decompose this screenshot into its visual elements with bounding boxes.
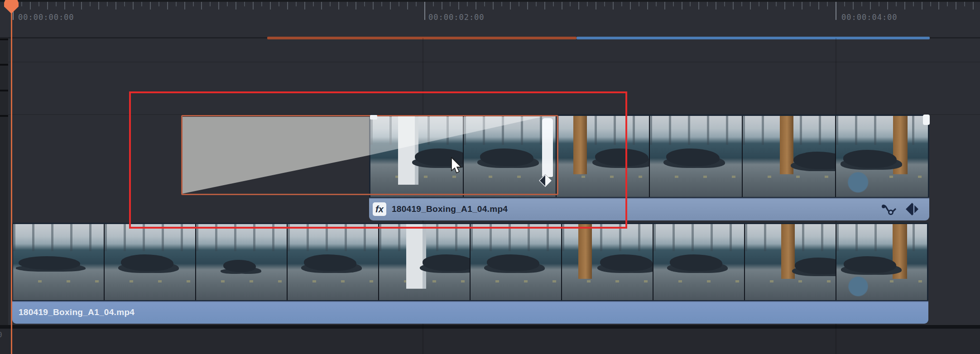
ruler-tick xyxy=(930,2,931,6)
ruler-tick xyxy=(424,2,425,20)
ruler-tick xyxy=(21,2,22,6)
overview-bar-selected[interactable] xyxy=(267,37,576,39)
v1-thumbs xyxy=(12,223,928,301)
timeline-panel: 00:00:00:00 00:00:02:00 00:00:04:00 0 18… xyxy=(0,0,980,354)
ruler-tick xyxy=(879,2,879,6)
ruler-tick xyxy=(244,2,245,6)
ruler-tick xyxy=(776,2,777,6)
timecode-label-0: 00:00:00:00 xyxy=(18,13,74,22)
ruler-tick xyxy=(810,2,811,6)
clip-v1-label-bar[interactable]: 180419_Boxing_A1_04.mp4 xyxy=(12,301,928,324)
ruler-tick xyxy=(347,2,348,6)
ruler-tick xyxy=(938,2,939,10)
ruler-tick xyxy=(210,2,211,6)
ruler-tick xyxy=(870,2,871,10)
ruler-tick xyxy=(416,2,417,6)
ruler-tick xyxy=(973,2,974,10)
ruler-tick xyxy=(896,2,897,6)
ruler-tick xyxy=(159,2,159,6)
ruler-tick xyxy=(279,2,279,6)
clip-end-fade-handle[interactable] xyxy=(923,115,930,125)
ruler-tick xyxy=(519,2,519,6)
ruler-tick xyxy=(596,2,596,10)
ruler-tick xyxy=(818,2,819,10)
clip-v1[interactable]: 180419_Boxing_A1_04.mp4 xyxy=(12,223,928,324)
ruler-tick xyxy=(964,2,965,6)
ruler-tick xyxy=(759,2,759,6)
ruler-tick xyxy=(98,2,99,10)
fade-diamond-icon[interactable] xyxy=(905,202,919,216)
ruler-tick xyxy=(750,2,751,10)
ruler-tick xyxy=(836,2,836,20)
ruler-tick xyxy=(630,2,631,10)
ruler-tick xyxy=(922,2,922,10)
ruler-tick xyxy=(793,2,794,6)
ruler-tick xyxy=(741,2,742,6)
clip-thumbnail xyxy=(650,116,742,197)
playhead-line[interactable] xyxy=(11,0,12,354)
ruler-tick xyxy=(802,2,802,10)
ruler-tick xyxy=(673,2,674,6)
ruler-ticks[interactable] xyxy=(0,0,980,38)
ruler-tick xyxy=(621,2,622,6)
ruler-tick xyxy=(956,2,956,10)
ruler-tick xyxy=(330,2,331,6)
timecode-label-4s: 00:00:04:00 xyxy=(841,13,898,22)
ruler-tick xyxy=(355,2,356,10)
ruler-tick xyxy=(296,2,297,6)
ruler-tick xyxy=(664,2,665,10)
ruler-tick xyxy=(544,2,545,10)
clip-thumbnail xyxy=(836,116,928,197)
ruler-tick xyxy=(536,2,537,6)
ruler-tick xyxy=(364,2,365,6)
track-edge-line xyxy=(0,90,8,91)
ruler-tick xyxy=(433,2,434,6)
ruler-tick xyxy=(527,2,528,10)
timecode-label-2s: 00:00:02:00 xyxy=(428,13,485,22)
ruler-tick xyxy=(313,2,314,6)
ruler-tick xyxy=(193,2,194,6)
ruler-tick xyxy=(124,2,125,6)
ruler-tick xyxy=(201,2,202,10)
clip-thumbnail xyxy=(105,224,195,300)
ruler-tick xyxy=(399,2,399,6)
ruler-tick xyxy=(904,2,905,10)
ruler-tick xyxy=(338,2,339,10)
ruler-tick xyxy=(578,2,579,10)
ruler-tick xyxy=(450,2,451,6)
ruler-tick xyxy=(107,2,108,6)
ruler-tick xyxy=(887,2,888,10)
ruler-tick xyxy=(176,2,177,6)
ruler-tick xyxy=(690,2,691,6)
ruler-tick xyxy=(484,2,485,6)
ruler-tick xyxy=(458,2,459,10)
clip-thumbnail xyxy=(562,224,653,300)
ruler-tick xyxy=(115,2,116,10)
ruler-tick xyxy=(47,2,48,10)
ruler-tick xyxy=(167,2,168,10)
ruler-tick xyxy=(947,2,948,6)
ruler-tick xyxy=(570,2,571,6)
ruler-tick xyxy=(510,2,511,10)
ruler-tick xyxy=(698,2,699,10)
ruler-tick xyxy=(235,2,236,10)
ruler-tick xyxy=(844,2,845,6)
clip-thumbnail xyxy=(288,224,378,300)
track-edge-line xyxy=(0,38,8,40)
ruler-tick xyxy=(587,2,588,6)
keyframe-curve-icon[interactable] xyxy=(880,202,898,216)
clip-thumbnail xyxy=(196,224,287,300)
ruler-tick xyxy=(30,2,31,10)
overview-bar-remaining[interactable] xyxy=(576,37,930,39)
annotation-rectangle xyxy=(129,91,627,229)
ruler-tick xyxy=(784,2,785,10)
mouse-cursor xyxy=(451,157,463,174)
track-edge-line xyxy=(0,64,8,66)
ruler-tick xyxy=(724,2,725,6)
ruler-tick xyxy=(493,2,494,10)
clip-thumbnail xyxy=(653,224,744,300)
ruler-tick xyxy=(767,2,768,10)
track-edge-line xyxy=(0,115,8,117)
clip-thumbnail xyxy=(743,116,835,197)
ruler-tick xyxy=(81,2,82,10)
